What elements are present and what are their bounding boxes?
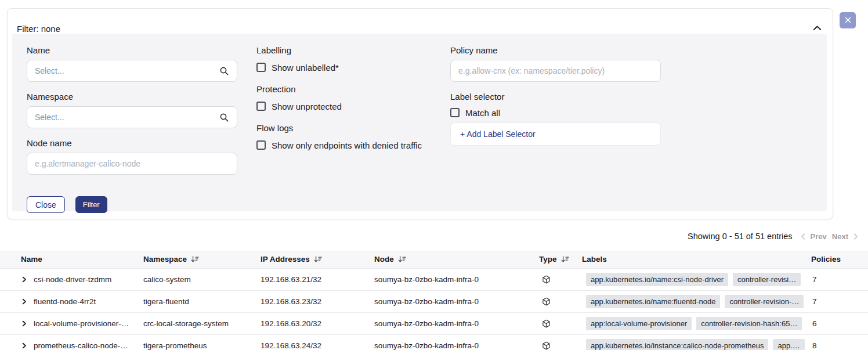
- sort-icon: [398, 255, 406, 263]
- denied-traffic-label: Show only endpoints with denied traffic: [272, 140, 422, 150]
- add-label-selector-button[interactable]: + Add Label Selector: [450, 122, 661, 146]
- name-select-placeholder: Select...: [35, 66, 64, 75]
- table-row[interactable]: fluentd-node-4rr2t tigera-fluentd 192.16…: [0, 290, 868, 312]
- column-header-policies: Policies: [811, 251, 868, 268]
- endpoint-labels: app.kubernetes.io/name:fluentd-nodecontr…: [582, 295, 811, 308]
- policy-name-input[interactable]: [450, 60, 661, 82]
- column-header-namespace[interactable]: Namespace: [143, 251, 261, 268]
- endpoint-node: soumya-bz-0zbo-kadm-infra-0: [374, 268, 539, 290]
- close-icon: [845, 16, 851, 25]
- protection-group-label: Protection: [256, 83, 448, 96]
- policy-name-filter-label: Policy name: [450, 44, 661, 57]
- search-icon: [219, 66, 229, 76]
- match-all-checkbox[interactable]: [450, 108, 460, 117]
- column-label: Name: [21, 255, 42, 264]
- endpoint-name: prometheus-calico-node-…: [34, 341, 128, 350]
- prev-button[interactable]: Prev: [811, 232, 827, 241]
- endpoint-policies: 7: [811, 297, 868, 306]
- table-row[interactable]: local-volume-provisioner-… crc-local-sto…: [0, 312, 868, 334]
- endpoint-namespace: crc-local-storage-system: [143, 312, 261, 334]
- filter-button[interactable]: Filter: [75, 196, 107, 213]
- show-unlabelled-row: Show unlabelled*: [256, 61, 448, 74]
- table-row[interactable]: prometheus-calico-node-… tigera-promethe…: [0, 334, 868, 350]
- cube-icon: [542, 319, 551, 328]
- endpoint-labels: app:local-volume-provisionercontroller-r…: [582, 317, 811, 330]
- chevron-left-icon[interactable]: [801, 233, 805, 240]
- endpoint-name: csi-node-driver-tzdmm: [34, 275, 111, 284]
- filter-form: Name Select... Namespace Select... Node …: [12, 34, 827, 211]
- sort-icon: [191, 255, 199, 263]
- label-chip: controller-revision-…: [725, 295, 804, 308]
- column-label: IP Addresses: [261, 255, 310, 264]
- denied-traffic-checkbox[interactable]: [256, 140, 266, 150]
- filter-column-middle: Labelling Show unlabelled* Protection Sh…: [256, 44, 448, 151]
- endpoint-ip: 192.168.63.23/32: [261, 290, 374, 312]
- endpoint-policies: 8: [811, 341, 868, 350]
- endpoint-node: soumya-bz-0zbo-kadm-infra-0: [374, 334, 539, 350]
- close-button[interactable]: Close: [27, 196, 65, 213]
- endpoint-policies: 7: [811, 275, 868, 284]
- endpoint-labels: app.kubernetes.io/name:csi-node-driverco…: [582, 273, 811, 286]
- filter-panel: Filter: none Name Select... Namespace Se…: [7, 8, 833, 219]
- show-unprotected-row: Show unprotected: [256, 100, 448, 113]
- endpoint-ip: 192.168.63.20/32: [261, 312, 374, 334]
- denied-traffic-row: Show only endpoints with denied traffic: [256, 139, 448, 151]
- column-label: Type: [539, 255, 557, 264]
- chevron-right-icon[interactable]: [853, 233, 858, 240]
- next-button[interactable]: Next: [832, 232, 848, 241]
- label-chip: app.kubernetes.io/name:fluentd-node: [586, 295, 720, 308]
- endpoint-labels: app.kubernetes.io/instance:calico-node-p…: [582, 339, 811, 350]
- endpoints-page: Filter: none Name Select... Namespace Se…: [0, 0, 868, 350]
- pagination-bar: Showing 0 - 51 of 51 entries Prev Next: [688, 230, 858, 242]
- node-name-filter-label: Node name: [27, 137, 237, 150]
- column-header-name: Name: [0, 251, 143, 268]
- label-chip: controller-revisi…: [733, 273, 801, 286]
- column-label: Namespace: [143, 255, 187, 264]
- label-chip: app:local-volume-provisioner: [586, 317, 692, 330]
- labelling-group-label: Labelling: [256, 44, 448, 57]
- sort-icon: [314, 255, 322, 263]
- endpoint-ip: 192.168.63.24/32: [261, 334, 374, 350]
- label-chip: controller-revision-hash:65…: [696, 317, 802, 330]
- flow-logs-group-label: Flow logs: [256, 122, 448, 135]
- table-header: NameNamespace IP Addresses Node Type Lab…: [0, 251, 868, 268]
- collapse-panel-button[interactable]: [811, 23, 823, 33]
- label-chip: app.kubernetes.io/instance:calico-node-p…: [586, 339, 768, 350]
- table-header-row: NameNamespace IP Addresses Node Type Lab…: [0, 251, 868, 268]
- endpoints-table: NameNamespace IP Addresses Node Type Lab…: [0, 251, 868, 350]
- endpoint-node: soumya-bz-0zbo-kadm-infra-0: [374, 312, 539, 334]
- column-header-node[interactable]: Node: [374, 251, 539, 268]
- column-header-labels: Labels: [582, 251, 811, 268]
- expand-chevron-icon[interactable]: [21, 342, 27, 349]
- show-unlabelled-checkbox[interactable]: [256, 63, 266, 72]
- show-unprotected-label: Show unprotected: [272, 102, 342, 111]
- column-header-ip-addresses[interactable]: IP Addresses: [261, 251, 374, 268]
- expand-chevron-icon[interactable]: [21, 276, 27, 283]
- match-all-label: Match all: [465, 108, 500, 118]
- namespace-select-placeholder: Select...: [35, 113, 64, 122]
- namespace-filter-select[interactable]: Select...: [27, 106, 237, 128]
- expand-chevron-icon[interactable]: [21, 298, 27, 305]
- endpoint-policies: 6: [811, 319, 868, 328]
- show-unprotected-checkbox[interactable]: [256, 102, 266, 111]
- filter-column-right: Policy name Label selector Match all + A…: [450, 44, 661, 146]
- endpoint-namespace: calico-system: [143, 268, 261, 290]
- endpoint-name: local-volume-provisioner-…: [34, 319, 129, 328]
- filter-column-left: Name Select... Namespace Select... Node …: [27, 44, 237, 213]
- name-filter-select[interactable]: Select...: [27, 60, 237, 82]
- close-panel-button[interactable]: [840, 12, 856, 28]
- namespace-filter-label: Namespace: [27, 91, 237, 103]
- expand-chevron-icon[interactable]: [21, 320, 27, 327]
- endpoint-ip: 192.168.63.21/32: [261, 268, 374, 290]
- cube-icon: [542, 275, 551, 284]
- name-filter-label: Name: [27, 44, 237, 57]
- node-name-input[interactable]: [27, 153, 237, 175]
- pager: Prev Next: [801, 232, 858, 241]
- table-row[interactable]: csi-node-driver-tzdmm calico-system 192.…: [0, 268, 868, 290]
- entries-summary: Showing 0 - 51 of 51 entries: [688, 232, 793, 241]
- endpoint-name: fluentd-node-4rr2t: [34, 297, 96, 306]
- label-chip: app.kubernetes.io/name:csi-node-driver: [586, 273, 728, 286]
- add-label-selector-text: + Add Label Selector: [460, 129, 536, 139]
- column-header-type[interactable]: Type: [539, 251, 582, 268]
- column-label: Policies: [811, 255, 841, 264]
